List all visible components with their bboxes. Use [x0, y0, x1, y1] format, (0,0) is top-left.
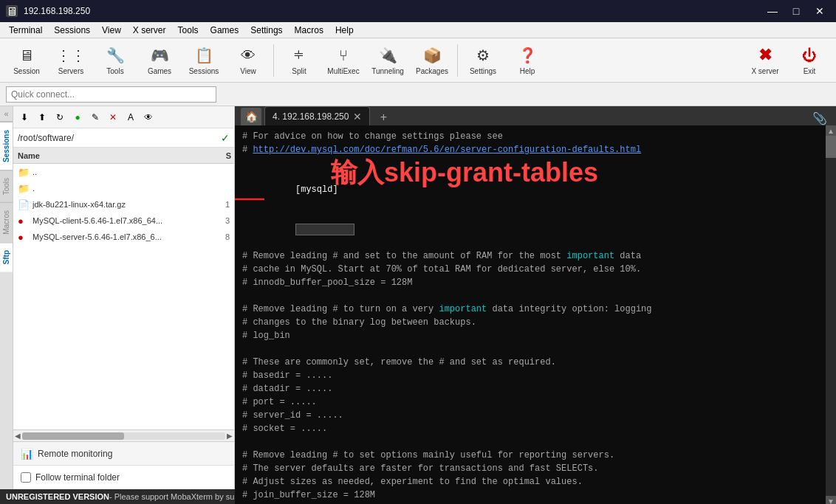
scroll-right-arrow[interactable]: ▶	[227, 432, 233, 440]
scroll-thumb[interactable]	[826, 136, 836, 158]
toolbar-session-button[interactable]: 🖥 Session	[6, 41, 47, 80]
terminal-row: # For advice on how to change settings p…	[235, 125, 836, 504]
quick-connect-bar	[0, 83, 836, 106]
toolbar-xserver-button[interactable]: ✖ X server	[744, 41, 786, 80]
file-item-size: 3	[204, 216, 230, 225]
toolbar-packages-button[interactable]: 📦 Packages	[411, 41, 453, 80]
toolbar-split-button[interactable]: ⫩ Split	[278, 41, 320, 80]
file-tool-delete[interactable]: ✕	[105, 109, 121, 125]
toolbar-tunneling-label: Tunneling	[371, 67, 404, 75]
scroll-left-arrow[interactable]: ◀	[15, 432, 21, 440]
list-item[interactable]: 📁 ..	[13, 164, 234, 180]
close-button[interactable]: ✕	[809, 4, 830, 18]
side-tab-sessions[interactable]: Sessions	[0, 122, 13, 170]
toolbar-sessions-label: Sessions	[189, 67, 219, 75]
tab-attach-button[interactable]: 📎	[809, 111, 830, 125]
terminal-line: # http://dev.mysql.com/doc/refman/5.6/en…	[242, 143, 818, 156]
file-tool-view[interactable]: 👁	[140, 109, 157, 125]
terminal-line	[242, 156, 818, 170]
toolbar-split-label: Split	[292, 67, 306, 75]
terminal-line: # join_buffer_size = 128M	[242, 489, 818, 502]
menu-terminal[interactable]: Terminal	[3, 24, 48, 37]
terminal-line: # Remove leading # to turn on a very imp…	[242, 303, 818, 316]
quick-connect-input[interactable]	[6, 86, 216, 103]
menu-games[interactable]: Games	[205, 24, 245, 37]
list-item[interactable]: 📄 jdk-8u221-linux-x64.tar.gz 1	[13, 196, 234, 213]
follow-terminal-folder-checkbox[interactable]	[21, 472, 31, 483]
toolbar-view-button[interactable]: 👁 View	[227, 41, 269, 80]
file-tool-new-folder[interactable]: ●	[69, 109, 86, 125]
games-icon: 🎮	[149, 45, 170, 66]
list-item[interactable]: ● MySQL-server-5.6.46-1.el7.x86_6... 8	[13, 229, 234, 245]
toolbar-tools-button[interactable]: 🔧 Tools	[95, 41, 136, 80]
file-panel-scrollbar[interactable]: ◀ ▶	[13, 429, 234, 441]
folder-icon: 📁	[18, 167, 30, 178]
terminal-line	[242, 210, 818, 249]
terminal-line	[242, 289, 818, 303]
menu-macros[interactable]: Macros	[289, 24, 329, 37]
file-item-name: MySQL-client-5.6.46-1.el7.x86_64...	[32, 216, 204, 225]
menu-tools[interactable]: Tools	[172, 24, 205, 37]
scroll-thumb[interactable]	[22, 432, 124, 440]
scroll-track[interactable]	[22, 432, 225, 440]
file-tool-upload[interactable]: ⬆	[34, 109, 50, 125]
tab-label: 4. 192.168.198.250	[273, 111, 349, 122]
tab-close-button[interactable]: ✕	[353, 111, 362, 122]
title-bar-title: 192.168.198.250	[24, 6, 756, 16]
split-icon: ⫩	[289, 45, 309, 66]
collapse-side-button[interactable]: «	[0, 106, 13, 122]
minimize-button[interactable]: —	[762, 4, 783, 18]
file-item-name: ..	[32, 168, 204, 176]
scroll-track[interactable]	[826, 136, 836, 496]
menu-help[interactable]: Help	[329, 24, 360, 37]
terminal-line: # These are commonly set, remove the # a…	[242, 356, 818, 369]
scroll-down-button[interactable]: ▼	[826, 496, 836, 504]
toolbar-multiexec-label: MultiExec	[327, 67, 359, 75]
tab-add-button[interactable]: +	[374, 109, 392, 125]
menu-view[interactable]: View	[96, 24, 127, 37]
toolbar-settings-button[interactable]: ⚙ Settings	[462, 41, 504, 80]
file-tool-rename[interactable]: A	[123, 109, 139, 125]
file-tool-edit[interactable]: ✎	[87, 109, 103, 125]
toolbar-games-button[interactable]: 🎮 Games	[139, 41, 180, 80]
mysqld-input[interactable]	[295, 224, 354, 235]
toolbar-tunneling-button[interactable]: 🔌 Tunneling	[367, 41, 408, 80]
file-item-size: 8	[204, 232, 230, 241]
multiexec-icon: ⑂	[333, 45, 354, 66]
tab-home-button[interactable]: 🏠	[241, 108, 261, 125]
list-item[interactable]: 📁 .	[13, 180, 234, 196]
file-tool-refresh[interactable]: ↻	[52, 109, 68, 125]
file-icon: 📄	[18, 199, 30, 210]
toolbar-sessions-button[interactable]: 📋 Sessions	[183, 41, 225, 80]
terminal-content[interactable]: # For advice on how to change settings p…	[235, 125, 826, 504]
side-tab-sftp[interactable]: Sftp	[0, 242, 13, 272]
menu-sessions[interactable]: Sessions	[48, 24, 96, 37]
toolbar-settings-label: Settings	[470, 67, 496, 75]
tab-item-1[interactable]: 4. 192.168.198.250 ✕	[264, 106, 370, 125]
file-tool-download[interactable]: ⬇	[16, 109, 32, 125]
file-item-size: 1	[204, 200, 230, 209]
file-path-ok-icon: ✓	[221, 132, 230, 144]
menu-xserver[interactable]: X server	[127, 24, 172, 37]
follow-terminal-folder-row: Follow terminal folder	[13, 466, 234, 489]
scroll-up-button[interactable]: ▲	[826, 125, 836, 136]
toolbar-help-button[interactable]: ❓ Help	[507, 41, 548, 80]
terminal-line: # socket = .....	[242, 422, 818, 435]
side-tab-macros[interactable]: Macros	[0, 202, 13, 242]
file-icon: ●	[18, 215, 30, 227]
side-tab-tools[interactable]: Tools	[0, 170, 13, 202]
toolbar-games-label: Games	[148, 67, 171, 75]
toolbar-help-label: Help	[520, 67, 535, 75]
remote-monitoring-button[interactable]: 📊 Remote monitoring	[13, 442, 234, 466]
toolbar-separator	[273, 44, 274, 77]
terminal-line: # changes to the binary log between back…	[242, 316, 818, 329]
toolbar-servers-button[interactable]: ⋮⋮ Servers	[50, 41, 92, 80]
maximize-button[interactable]: □	[786, 4, 806, 18]
list-item[interactable]: ● MySQL-client-5.6.46-1.el7.x86_64... 3	[13, 213, 234, 229]
side-panel-tabs: « Sessions Tools Macros Sftp	[0, 106, 13, 489]
menu-settings[interactable]: Settings	[244, 24, 288, 37]
toolbar-multiexec-button[interactable]: ⑂ MultiExec	[323, 41, 364, 80]
terminal-scrollbar[interactable]: ▲ ▼	[826, 125, 836, 504]
toolbar-exit-button[interactable]: ⏻ Exit	[789, 41, 830, 80]
terminal-link[interactable]: http://dev.mysql.com/doc/refman/5.6/en/s…	[253, 145, 641, 155]
